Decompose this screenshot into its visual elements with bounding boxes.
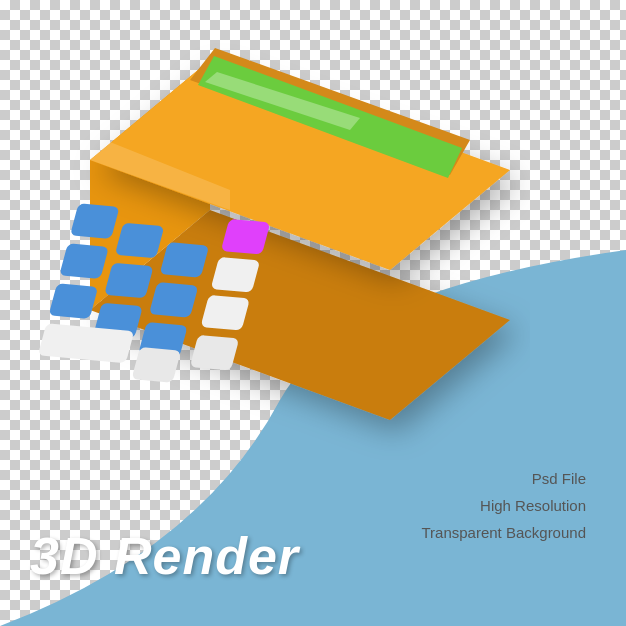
- svg-rect-6: [70, 203, 120, 239]
- svg-rect-8: [160, 242, 210, 278]
- svg-rect-10: [59, 243, 109, 279]
- psd-file-label: Psd File: [421, 465, 586, 492]
- svg-rect-9: [221, 219, 271, 255]
- calculator-3d: [30, 30, 530, 460]
- high-resolution-label: High Resolution: [421, 492, 586, 519]
- main-title: 3D Render: [30, 526, 299, 586]
- transparent-bg-label: Transparent Background: [421, 519, 586, 546]
- canvas: 3D Render Psd File High Resolution Trans…: [0, 0, 626, 626]
- svg-rect-20: [190, 335, 240, 371]
- svg-rect-13: [211, 257, 261, 293]
- svg-rect-14: [49, 283, 99, 319]
- svg-rect-7: [115, 223, 165, 259]
- svg-rect-11: [104, 263, 154, 299]
- svg-rect-17: [200, 295, 250, 331]
- info-panel: Psd File High Resolution Transparent Bac…: [421, 465, 586, 546]
- svg-rect-19: [131, 347, 181, 383]
- svg-rect-12: [149, 282, 199, 318]
